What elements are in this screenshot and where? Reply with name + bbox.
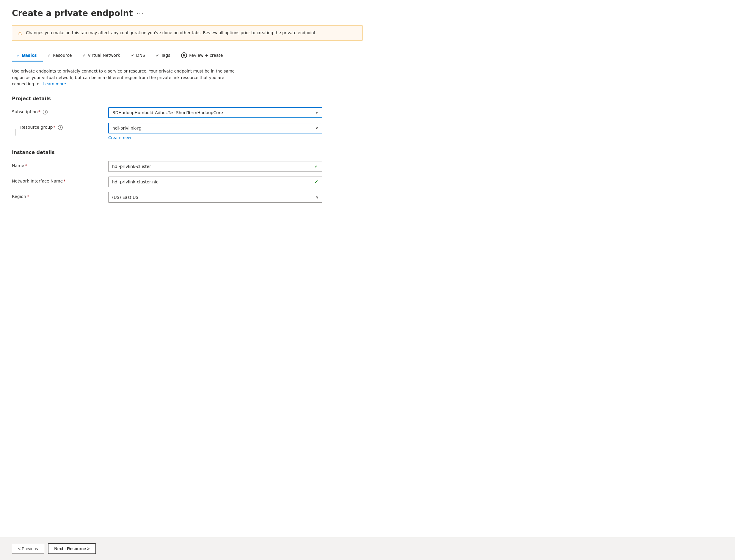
tabs-row: ✓ Basics ✓ Resource ✓ Virtual Network ✓ … (12, 49, 363, 62)
name-row: Name* hdi-privlink-cluster ✓ (12, 161, 363, 172)
tab-vnet-label: Virtual Network (88, 53, 120, 58)
tab-basics-check: ✓ (17, 53, 20, 58)
tab-dns-check: ✓ (131, 53, 134, 58)
project-details-header: Project details (12, 96, 363, 101)
page-title: Create a private endpoint (12, 8, 133, 18)
name-valid-icon: ✓ (314, 163, 318, 169)
tab-review-create[interactable]: 6 Review + create (176, 49, 229, 62)
nic-valid-icon: ✓ (314, 179, 318, 185)
resource-group-value: hdi-privlink-rg (112, 126, 141, 130)
tab-review-circle: 6 (181, 52, 187, 58)
subscription-dropdown[interactable]: BDHadoopHumboldtAdhocTestShortTermHadoop… (108, 107, 322, 118)
rg-required: * (53, 125, 55, 130)
resource-group-label-col: Resource group* i (12, 123, 101, 136)
nic-name-value: hdi-privlink-cluster-nic (112, 180, 158, 184)
name-required: * (25, 163, 27, 168)
subscription-dropdown-arrow: ∨ (315, 111, 318, 115)
name-input-col: hdi-privlink-cluster ✓ (108, 161, 322, 172)
tab-resource-label: Resource (53, 53, 72, 58)
tab-resource-check: ✓ (48, 53, 51, 58)
tab-dns-label: DNS (136, 53, 145, 58)
project-details-section: Project details Subscription* i BDHadoop… (12, 96, 363, 140)
connector-line (15, 129, 15, 136)
tab-basics[interactable]: ✓ Basics (12, 50, 43, 62)
subscription-row: Subscription* i BDHadoopHumboldtAdhocTes… (12, 107, 363, 118)
description-text: Use private endpoints to privately conne… (12, 68, 244, 87)
tab-tags-check: ✓ (156, 53, 159, 58)
tab-dns[interactable]: ✓ DNS (126, 50, 151, 62)
bottom-nav: < Previous Next : Resource > (0, 537, 735, 560)
region-required: * (27, 194, 29, 199)
next-button[interactable]: Next : Resource > (48, 543, 96, 554)
region-dropdown[interactable]: (US) East US ∨ (108, 192, 322, 203)
tab-virtual-network[interactable]: ✓ Virtual Network (78, 50, 126, 62)
resource-group-dropdown[interactable]: hdi-privlink-rg ∨ (108, 123, 322, 133)
resource-group-row: Resource group* i hdi-privlink-rg ∨ Crea… (12, 123, 363, 140)
region-dropdown-arrow: ∨ (316, 195, 318, 199)
resource-group-input-col: hdi-privlink-rg ∨ Create new (108, 123, 322, 140)
rg-info-icon[interactable]: i (58, 125, 63, 130)
subscription-value: BDHadoopHumboldtAdhocTestShortTermHadoop… (112, 110, 223, 115)
rg-dropdown-arrow: ∨ (315, 126, 318, 130)
subscription-label: Subscription* i (12, 107, 101, 114)
region-row: Region* (US) East US ∨ (12, 192, 363, 203)
name-value: hdi-privlink-cluster (112, 164, 151, 169)
ellipsis-menu-icon[interactable]: ··· (136, 10, 144, 17)
tab-tags[interactable]: ✓ Tags (151, 50, 176, 62)
name-input[interactable]: hdi-privlink-cluster ✓ (108, 161, 322, 172)
warning-icon: ⚠ (18, 30, 22, 36)
warning-text: Changes you make on this tab may affect … (26, 30, 317, 36)
subscription-input-col: BDHadoopHumboldtAdhocTestShortTermHadoop… (108, 107, 322, 118)
tab-basics-label: Basics (22, 53, 37, 58)
tab-vnet-check: ✓ (83, 53, 86, 58)
region-input-col: (US) East US ∨ (108, 192, 322, 203)
warning-banner: ⚠ Changes you make on this tab may affec… (12, 25, 363, 41)
nic-name-row: Network Interface Name* hdi-privlink-clu… (12, 177, 363, 187)
region-label: Region* (12, 192, 101, 199)
learn-more-link[interactable]: Learn more (43, 81, 66, 86)
create-new-link[interactable]: Create new (108, 135, 131, 140)
nic-name-input[interactable]: hdi-privlink-cluster-nic ✓ (108, 177, 322, 187)
nic-name-input-col: hdi-privlink-cluster-nic ✓ (108, 177, 322, 187)
previous-button[interactable]: < Previous (12, 544, 44, 554)
tab-review-label: Review + create (189, 53, 223, 58)
subscription-required: * (38, 109, 40, 114)
tab-resource[interactable]: ✓ Resource (43, 50, 78, 62)
resource-group-label: Resource group* i (20, 125, 63, 130)
region-value: (US) East US (112, 195, 138, 200)
nic-name-label: Network Interface Name* (12, 177, 101, 183)
tab-tags-label: Tags (161, 53, 170, 58)
nic-required: * (63, 179, 65, 183)
name-label: Name* (12, 161, 101, 168)
subscription-info-icon[interactable]: i (43, 110, 48, 114)
instance-details-header: Instance details (12, 150, 363, 155)
instance-details-section: Instance details Name* hdi-privlink-clus… (12, 150, 363, 203)
